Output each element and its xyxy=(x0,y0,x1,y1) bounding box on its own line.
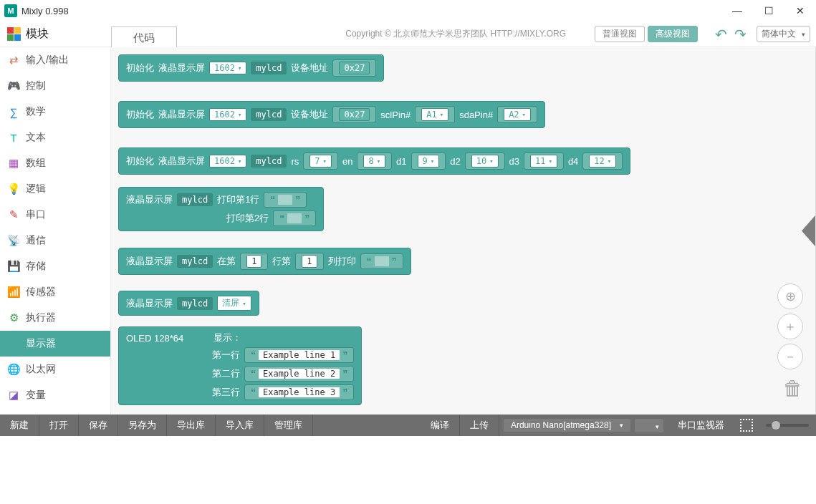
trash-icon[interactable]: 🗑 xyxy=(783,377,803,400)
store-icon: 💾 xyxy=(7,260,20,273)
manage-button[interactable]: 管理库 xyxy=(264,415,313,436)
sidebar-label-var: 变量 xyxy=(26,389,46,402)
zoom-center-button[interactable]: ⊕ xyxy=(777,284,803,309)
ethernet-icon: 🌐 xyxy=(7,363,20,376)
comm-icon: 📡 xyxy=(7,234,20,247)
export-button[interactable]: 导出库 xyxy=(167,415,216,436)
sidebar-label-serial: 串口 xyxy=(26,208,46,221)
sidebar-item-comm[interactable]: 📡通信 xyxy=(0,228,110,253)
new-button[interactable]: 新建 xyxy=(0,415,39,436)
block-lcd-init-i2c[interactable]: 初始化 液晶显示屏 1602 mylcd 设备地址 0x27 xyxy=(118,54,384,82)
zoom-in-button[interactable]: ＋ xyxy=(777,314,803,339)
sidebar-label-array: 数组 xyxy=(26,157,46,170)
sidebar-item-display[interactable]: 🖥显示器 xyxy=(0,331,110,357)
open-button[interactable]: 打开 xyxy=(39,415,79,436)
upload-button[interactable]: 上传 xyxy=(460,415,499,436)
sidebar-label-display: 显示器 xyxy=(26,337,56,350)
window-titlebar: M Mixly 0.998 — ☐ ✕ xyxy=(0,0,816,21)
sidebar-item-actuator[interactable]: ⚙执行器 xyxy=(0,305,110,331)
sensor-icon: 📶 xyxy=(7,286,20,299)
import-button[interactable]: 导入库 xyxy=(216,415,264,436)
sidebar-item-logic[interactable]: 💡逻辑 xyxy=(0,176,110,202)
compile-button[interactable]: 编译 xyxy=(421,415,460,436)
monitor-button[interactable]: 串口监视器 xyxy=(668,415,734,436)
chip-icon xyxy=(740,419,753,432)
sidebar-item-io[interactable]: ⇄输入/输出 xyxy=(0,47,110,73)
language-select[interactable]: 简体中文▾ xyxy=(757,26,810,42)
serial-icon: ✎ xyxy=(7,208,20,221)
sidebar-item-serial[interactable]: ✎串口 xyxy=(0,202,110,228)
block-lcd-init-parallel[interactable]: 初始化 液晶显示屏 1602 mylcd rs7 en8 d19 d210 d3… xyxy=(118,147,630,175)
var-icon: ◪ xyxy=(7,389,20,402)
sidebar-item-text[interactable]: T文本 xyxy=(0,125,110,150)
zoom-slider[interactable] xyxy=(766,424,809,427)
lcd-var[interactable]: mylcd xyxy=(251,62,287,74)
modules-header: 模块 xyxy=(0,21,111,47)
sidebar-label-ctrl: 控制 xyxy=(26,79,46,92)
lcd-addr[interactable]: 0x27 xyxy=(339,62,370,74)
sidebar-label-logic: 逻辑 xyxy=(26,183,46,195)
footer-toolbar: 新建 打开 保存 另存为 导出库 导入库 管理库 编译 上传 Arduino N… xyxy=(0,415,816,436)
sidebar-item-array[interactable]: ▦数组 xyxy=(0,150,110,176)
topbar: 模块 代码 Copyright © 北京师范大学米思齐团队 HTTP://MIX… xyxy=(0,21,816,47)
actuator-icon: ⚙ xyxy=(7,311,20,324)
math-icon: ∑ xyxy=(7,105,20,118)
lcd-type-dropdown[interactable]: 1602 xyxy=(209,62,246,74)
ctrl-icon: 🎮 xyxy=(7,79,20,92)
close-button[interactable]: ✕ xyxy=(784,0,816,21)
canvas-collapse-handle[interactable] xyxy=(802,213,816,249)
port-select[interactable] xyxy=(635,419,663,432)
board-select[interactable]: Arduino Nano[atmega328] xyxy=(504,419,630,432)
sidebar-item-ethernet[interactable]: 🌐以太网 xyxy=(0,357,110,382)
block-lcd-clear[interactable]: 液晶显示屏 mylcd 清屏 xyxy=(118,291,259,316)
sidebar-label-store: 存储 xyxy=(26,260,46,273)
block-oled-display[interactable]: OLED 128*64显示： 第一行“Example line 1” 第二行“E… xyxy=(118,326,362,405)
tab-code[interactable]: 代码 xyxy=(111,26,177,48)
undo-button[interactable]: ↶ xyxy=(715,26,727,43)
display-icon: 🖥 xyxy=(7,337,20,350)
sidebar-label-comm: 通信 xyxy=(26,234,46,247)
block-lcd-print-2lines[interactable]: 液晶显示屏 mylcd 打印第1行 “” 打印第2行 “” xyxy=(118,187,324,231)
redo-button[interactable]: ↷ xyxy=(734,26,747,43)
sidebar-label-actuator: 执行器 xyxy=(26,311,56,324)
sidebar-label-math: 数学 xyxy=(26,105,46,118)
view-normal-button[interactable]: 普通视图 xyxy=(595,26,645,42)
modules-label: 模块 xyxy=(26,26,49,42)
sidebar-item-math[interactable]: ∑数学 xyxy=(0,99,110,125)
maximize-button[interactable]: ☐ xyxy=(753,0,784,21)
copyright-text: Copyright © 北京师范大学米思齐团队 HTTP://MIXLY.ORG xyxy=(345,28,566,40)
zoom-out-button[interactable]: － xyxy=(777,344,803,369)
sidebar-label-sensor: 传感器 xyxy=(26,286,56,299)
sidebar-label-text: 文本 xyxy=(26,131,46,144)
sidebar-item-store[interactable]: 💾存储 xyxy=(0,253,110,279)
window-title: Mixly 0.998 xyxy=(21,6,69,16)
block-canvas[interactable]: 初始化 液晶显示屏 1602 mylcd 设备地址 0x27 初始化 液晶显示屏… xyxy=(111,47,816,415)
sidebar-item-var[interactable]: ◪变量 xyxy=(0,382,110,408)
app-logo-icon: M xyxy=(4,4,17,17)
sidebar-item-sensor[interactable]: 📶传感器 xyxy=(0,279,110,305)
io-icon: ⇄ xyxy=(7,54,20,67)
save-button[interactable]: 保存 xyxy=(79,415,118,436)
logic-icon: 💡 xyxy=(7,183,20,195)
block-lcd-print-at[interactable]: 液晶显示屏 mylcd 在第 1 行第 1 列打印 “” xyxy=(118,248,411,275)
sidebar-label-ethernet: 以太网 xyxy=(26,363,56,376)
sidebar: ⇄输入/输出🎮控制∑数学T文本▦数组💡逻辑✎串口📡通信💾存储📶传感器⚙执行器🖥显… xyxy=(0,47,111,415)
sidebar-label-io: 输入/输出 xyxy=(26,54,69,67)
view-advanced-button[interactable]: 高级视图 xyxy=(648,26,698,42)
minimize-button[interactable]: — xyxy=(721,0,753,21)
puzzle-icon xyxy=(7,27,21,42)
saveas-button[interactable]: 另存为 xyxy=(118,415,167,436)
sidebar-item-ctrl[interactable]: 🎮控制 xyxy=(0,73,110,99)
array-icon: ▦ xyxy=(7,157,20,170)
block-lcd-init-i2c-pins[interactable]: 初始化 液晶显示屏 1602 mylcd 设备地址 0x27 sclPin# A… xyxy=(118,101,545,128)
text-icon: T xyxy=(7,131,20,144)
